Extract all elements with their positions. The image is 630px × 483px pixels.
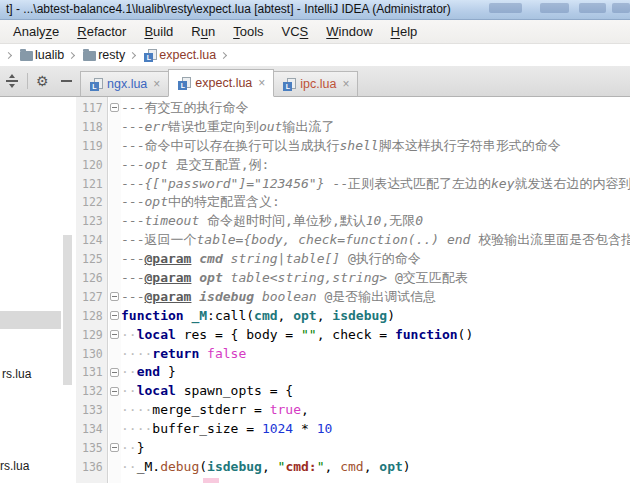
- code-line[interactable]: ··local res = { body = "", check = funct…: [121, 326, 630, 345]
- code-line[interactable]: ---命令中可以存在换行可以当成执行shell脚本这样执行字符串形式的命令: [121, 137, 630, 156]
- code-token: opt: [293, 308, 316, 323]
- titlebar-ghost: [489, 3, 522, 13]
- line-number: 129: [76, 326, 107, 345]
- tab-ipc-lua[interactable]: Lipc.lua×: [273, 71, 358, 97]
- highlighted-token: [203, 478, 219, 483]
- code-token: debug: [160, 459, 199, 474]
- close-icon[interactable]: ×: [153, 77, 160, 91]
- code-token: @执行的命令: [340, 251, 421, 266]
- code-line[interactable]: ---@param opt table<string,string> @交互匹配…: [121, 269, 630, 288]
- menu-item-refactor[interactable]: Refactor: [68, 20, 135, 44]
- code-token: , check =: [317, 327, 395, 342]
- code-line[interactable]: ··_M.debug(isdebug, "cmd:", cmd, opt): [121, 458, 630, 477]
- tab-expect-lua[interactable]: Lexpect.lua×: [168, 69, 274, 97]
- fold-open-icon[interactable]: [110, 311, 119, 320]
- menu-item-vcs[interactable]: VCS: [273, 20, 318, 44]
- tab-list: Lngx.lua×Lexpect.lua×Lipc.lua×: [80, 69, 357, 97]
- code-token: }: [137, 440, 145, 455]
- menu-item-help[interactable]: Help: [382, 20, 427, 44]
- code-token: 输出流了: [282, 119, 334, 134]
- code-token: ): [403, 459, 411, 474]
- code-token: cmd:: [285, 459, 316, 474]
- code-line[interactable]: ··local spawn_opts = {: [121, 382, 630, 401]
- code-line[interactable]: ····buffer_size = 1024 * 10: [121, 420, 630, 439]
- chevron-right-icon: [68, 51, 75, 58]
- scroll-to-center-icon[interactable]: [5, 74, 19, 88]
- code-line[interactable]: ---返回一个table={body, check=function(..) e…: [121, 231, 630, 250]
- code-token: ··: [121, 440, 137, 455]
- fold-open-icon[interactable]: [110, 387, 119, 396]
- titlebar-ghost: [612, 3, 630, 13]
- lua-file-icon: L: [283, 78, 296, 91]
- main-area: rs.lua rs.lua 11711811912012112212312412…: [0, 97, 630, 483]
- menu-item-run[interactable]: Run: [182, 20, 224, 44]
- folder-icon: [83, 51, 96, 61]
- code-token: table={body, check=function(..) end: [196, 232, 470, 247]
- breadcrumb-item-lualib[interactable]: lualib: [35, 48, 64, 62]
- code-line[interactable]: ····return false: [121, 345, 630, 364]
- fold-end-icon[interactable]: [110, 443, 119, 452]
- line-number: 130: [76, 345, 107, 364]
- code-editor[interactable]: 1171181191201211221231241251261271281291…: [76, 97, 630, 483]
- code-line[interactable]: ---timeout 命令超时时间,单位秒,默认10,无限0: [121, 212, 630, 231]
- code-line[interactable]: ---@param cmd string|table[] @执行的命令: [121, 250, 630, 269]
- code-line[interactable]: ··end }: [121, 363, 630, 382]
- project-item[interactable]: rs.lua: [2, 367, 62, 381]
- code-line[interactable]: ··}: [121, 439, 630, 458]
- code-line[interactable]: ····merge_stderr = true,: [121, 401, 630, 420]
- fold-open-icon[interactable]: [110, 103, 119, 112]
- code-token: buffer_size =: [152, 421, 262, 436]
- code-token: ····: [121, 402, 152, 417]
- close-icon[interactable]: ×: [342, 77, 349, 91]
- breadcrumb-item-expect-lua[interactable]: expect.lua: [159, 48, 216, 62]
- tab-ngx-lua[interactable]: Lngx.lua×: [80, 71, 169, 97]
- code-line[interactable]: ---有交互的执行命令: [121, 99, 630, 118]
- menu-item-analyze[interactable]: Analyze: [4, 20, 68, 44]
- titlebar-ghost: [540, 3, 569, 13]
- code-token: 错误也重定向到: [168, 119, 259, 134]
- code-token: out: [259, 119, 282, 134]
- code-token: ": [317, 459, 325, 474]
- project-selected-row[interactable]: [0, 311, 61, 329]
- fold-column: [109, 97, 121, 483]
- code-line[interactable]: ---opt中的特定配置含义:: [121, 193, 630, 212]
- code-token: --正则表达式匹配了左边的: [325, 176, 491, 191]
- code-line[interactable]: ---{["password"]="123456"} --正则表达式匹配了左边的…: [121, 175, 630, 194]
- lua-icon-letter: L: [283, 82, 292, 91]
- code-token: shell: [339, 138, 378, 153]
- fold-open-icon[interactable]: [110, 330, 119, 339]
- window-title: t] - ...\abtest-balance4.1\lualib\resty\…: [6, 2, 451, 16]
- code-token: ····: [121, 421, 152, 436]
- line-number: 120: [76, 156, 107, 175]
- close-icon[interactable]: ×: [258, 76, 265, 90]
- code-token: ··: [121, 459, 137, 474]
- code-line[interactable]: ---@param isdebug boolean @是否输出调试信息: [121, 288, 630, 307]
- code-token: ,: [364, 459, 380, 474]
- fold-end-icon[interactable]: [110, 292, 119, 301]
- code-token: ,: [278, 308, 294, 323]
- menu-item-build[interactable]: Build: [135, 20, 182, 44]
- code-token: 10: [317, 421, 333, 436]
- code-line[interactable]: ---opt 是交互配置,例:: [121, 156, 630, 175]
- project-panel: rs.lua rs.lua: [0, 97, 76, 483]
- lua-icon-letter: L: [178, 81, 187, 90]
- project-item[interactable]: rs.lua: [0, 459, 62, 473]
- fold-end-icon[interactable]: [110, 368, 119, 377]
- menu-item-tools[interactable]: Tools: [224, 20, 272, 44]
- line-number: 133: [76, 401, 107, 420]
- gear-icon[interactable]: ⚙: [36, 74, 49, 88]
- hide-panel-icon[interactable]: [61, 80, 72, 82]
- code-token: 0: [415, 213, 423, 228]
- code-line[interactable]: ---err错误也重定向到out输出流了: [121, 118, 630, 137]
- code-token: ---: [121, 270, 144, 285]
- code-area[interactable]: ---有交互的执行命令---err错误也重定向到out输出流了---命令中可以存…: [121, 99, 630, 477]
- code-line[interactable]: function _M:call(cmd, opt, isdebug): [121, 307, 630, 326]
- breadcrumb-item-resty[interactable]: resty: [98, 48, 125, 62]
- code-token: true: [270, 402, 301, 417]
- code-token: isdebug: [191, 289, 261, 304]
- lua-file-icon: L: [144, 49, 157, 62]
- code-token: table<string,string>: [231, 270, 388, 285]
- line-number: 126: [76, 269, 107, 288]
- menu-item-window[interactable]: Window: [317, 20, 381, 44]
- project-scrollbar-thumb[interactable]: [63, 235, 72, 385]
